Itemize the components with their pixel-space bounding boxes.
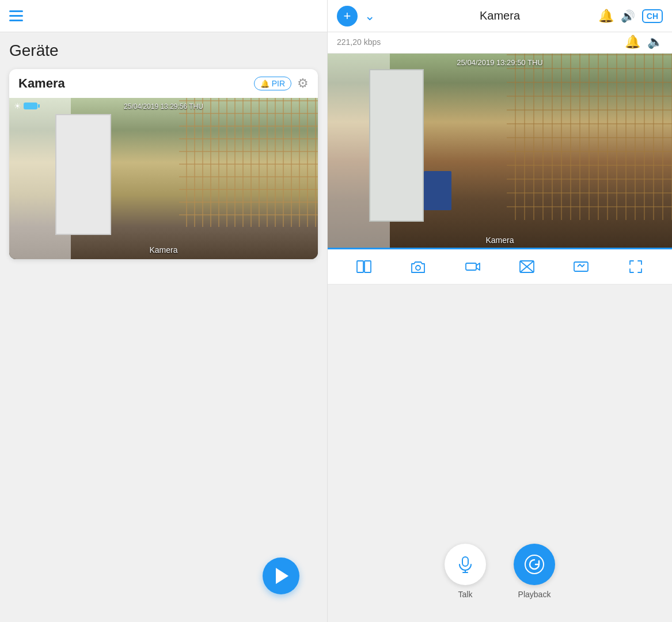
camera-thumbnail[interactable]: ☀ 25/04/2019 13:29:56 THU Kamera: [9, 98, 318, 259]
svg-rect-8: [462, 557, 468, 566]
left-panel: Geräte Kamera 🔔 PIR ⚙ ☀: [0, 0, 327, 622]
volume-icon[interactable]: 🔊: [621, 9, 635, 23]
camera-card-header: Kamera 🔔 PIR ⚙: [9, 69, 318, 98]
play-triangle-icon: [276, 568, 288, 584]
camera-live-view[interactable]: 25/04/2019 13:29:50 THU Kamera: [328, 54, 672, 249]
camera-icon: [410, 259, 426, 275]
camera-card-actions: 🔔 PIR ⚙: [254, 76, 309, 91]
live-camera-label: Kamera: [485, 236, 514, 245]
right-header: + ⌄ Kamera 🔔 🔊 CH: [328, 0, 672, 32]
camera-name-overlay: Kamera: [149, 245, 177, 255]
channel-badge[interactable]: CH: [642, 9, 663, 23]
camera-card: Kamera 🔔 PIR ⚙ ☀ 25/04/2019 13:29:56: [9, 69, 318, 259]
zoom-icon: [573, 259, 589, 275]
live-scaffold: [507, 54, 672, 220]
split-view-button[interactable]: [352, 255, 375, 278]
plus-icon: +: [344, 10, 351, 22]
play-button[interactable]: [263, 557, 299, 594]
ch-label: CH: [647, 12, 658, 21]
bell-slash-icon: 🔔: [260, 79, 269, 88]
svg-point-2: [416, 266, 420, 270]
zoom-button[interactable]: [570, 255, 593, 278]
alert-icon[interactable]: 🔔: [625, 35, 640, 50]
playback-icon: [524, 554, 545, 575]
camera-card-name: Kamera: [18, 76, 65, 91]
svg-rect-1: [365, 261, 371, 272]
pir-badge[interactable]: 🔔 PIR: [254, 77, 291, 90]
live-chair: [424, 171, 451, 210]
page-title: Geräte: [0, 32, 327, 65]
notification-icon[interactable]: 🔔: [598, 9, 614, 24]
microphone-icon: [456, 555, 474, 574]
svg-rect-7: [574, 262, 588, 271]
left-header: [0, 0, 327, 32]
play-button-wrapper: [0, 557, 313, 594]
bottom-action-buttons: Talk Playback: [445, 544, 555, 599]
live-door: [369, 69, 424, 222]
add-camera-button[interactable]: +: [337, 6, 358, 26]
camera-status-icons: ☀: [14, 101, 37, 111]
split-icon: [356, 259, 372, 275]
right-panel-title: Kamera: [480, 9, 520, 22]
live-border-accent: [328, 248, 672, 249]
svg-point-11: [525, 555, 544, 574]
sun-icon: ☀: [14, 101, 21, 111]
video-controls-bar: [328, 249, 672, 285]
record-button[interactable]: [461, 255, 484, 278]
scene-door: [55, 114, 111, 235]
snapshot-button[interactable]: [407, 255, 430, 278]
right-header-right: 🔔 🔊 CH: [598, 9, 663, 24]
talk-button-item: Talk: [445, 544, 486, 599]
battery-icon: [24, 103, 37, 109]
camera-scene: [9, 98, 318, 259]
fullscreen-button[interactable]: [624, 255, 647, 278]
ptz-button[interactable]: [515, 255, 538, 278]
live-scene: [328, 54, 672, 249]
right-bottom-area: Talk Playback: [328, 285, 672, 622]
right-header-left: + ⌄: [337, 6, 375, 26]
video-record-icon: [465, 259, 481, 275]
dropdown-chevron-icon[interactable]: ⌄: [365, 9, 375, 24]
playback-button[interactable]: [514, 544, 555, 585]
right-panel: + ⌄ Kamera 🔔 🔊 CH 221,20 kbps 🔔 🔈: [327, 0, 672, 622]
talk-button[interactable]: [445, 544, 486, 585]
right-header-title-container: Kamera: [480, 9, 520, 22]
bitrate-display: 221,20 kbps: [337, 37, 381, 47]
scene-scaffold: [179, 98, 318, 227]
speaker-icon[interactable]: 🔈: [647, 35, 663, 50]
pir-label: PIR: [272, 79, 285, 88]
hamburger-menu-button[interactable]: [9, 10, 23, 21]
talk-button-label: Talk: [458, 590, 473, 599]
svg-rect-3: [466, 263, 476, 270]
subheader-icons: 🔔 🔈: [625, 35, 663, 50]
ptz-icon: [519, 259, 535, 275]
playback-button-item: Playback: [514, 544, 555, 599]
fullscreen-icon: [628, 259, 644, 275]
playback-button-label: Playback: [518, 590, 551, 599]
settings-icon[interactable]: ⚙: [297, 76, 309, 91]
svg-rect-0: [357, 261, 363, 272]
live-timestamp: 25/04/2019 13:29:50 THU: [457, 58, 542, 67]
right-subheader: 221,20 kbps 🔔 🔈: [328, 32, 672, 54]
camera-timestamp: 25/04/2019 13:29:56 THU: [124, 103, 203, 111]
